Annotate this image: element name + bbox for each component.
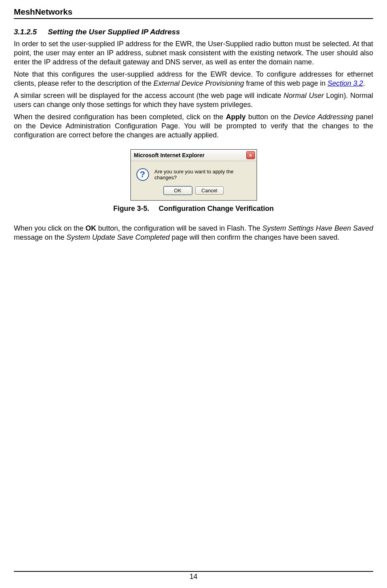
- section-heading: 3.1.2.5Setting the User Supplied IP Addr…: [14, 28, 373, 36]
- section-title: Setting the User Supplied IP Address: [48, 28, 180, 36]
- p5-pre: When you click on the: [14, 224, 85, 232]
- page-footer: 14: [14, 571, 373, 581]
- p5-italic2: System Update Save Completed: [66, 233, 170, 241]
- footer-rule: [14, 571, 373, 572]
- paragraph-2: Note that this configures the user-suppl…: [14, 70, 373, 88]
- p5-italic1: System Settings Have Been Saved: [262, 224, 373, 232]
- section-number: 3.1.2.5: [14, 28, 37, 36]
- question-icon: ?: [136, 168, 149, 181]
- dialog-body: ? Are you sure you want to apply the cha…: [131, 161, 257, 182]
- p4-mid: button on the: [245, 113, 293, 121]
- confirm-dialog: Microsoft Internet Explorer × ? Are you …: [130, 149, 257, 201]
- figure-number: Figure 3-5.: [113, 205, 149, 212]
- paragraph-5: When you click on the OK button, the con…: [14, 224, 373, 242]
- p4-pre: When the desired configuration has been …: [14, 113, 226, 121]
- figure-caption: Figure 3-5.Configuration Change Verifica…: [14, 205, 373, 213]
- p5-mid: button, the configuration will be saved …: [96, 224, 262, 232]
- paragraph-1: In order to set the user-supplied IP add…: [14, 39, 373, 67]
- dialog-title-text: Microsoft Internet Explorer: [134, 152, 205, 158]
- p2-italic: External Device Provisioning: [153, 79, 244, 87]
- dialog-titlebar: Microsoft Internet Explorer ×: [131, 150, 257, 161]
- page-header-title: MeshNetworks: [14, 7, 373, 18]
- p5-mid2: message on the: [14, 233, 66, 241]
- p5-post: page will then confirm the changes have …: [170, 233, 339, 241]
- section-3-2-link[interactable]: Section 3.2: [327, 79, 363, 87]
- dialog-message: Are you sure you want to apply the chang…: [155, 169, 251, 180]
- p4-italic: Device Addressing: [294, 113, 353, 121]
- header-rule: [14, 18, 373, 19]
- p2-post: .: [363, 79, 365, 87]
- p3-pre: A similar screen will be displayed for t…: [14, 92, 283, 100]
- figure-area: Microsoft Internet Explorer × ? Are you …: [14, 149, 373, 213]
- paragraph-3: A similar screen will be displayed for t…: [14, 91, 373, 109]
- figure-caption-text: Configuration Change Verification: [159, 205, 274, 212]
- dialog-button-row: OK Cancel: [131, 182, 257, 200]
- page-number: 14: [14, 573, 373, 581]
- p3-italic: Normal User: [283, 92, 324, 100]
- p2-mid: frame of this web page in: [244, 79, 327, 87]
- ok-button[interactable]: OK: [164, 186, 192, 195]
- cancel-button[interactable]: Cancel: [195, 186, 224, 195]
- paragraph-4: When the desired configuration has been …: [14, 113, 373, 140]
- p5-bold: OK: [85, 224, 96, 232]
- p4-bold: Apply: [226, 113, 245, 121]
- close-icon[interactable]: ×: [246, 151, 255, 159]
